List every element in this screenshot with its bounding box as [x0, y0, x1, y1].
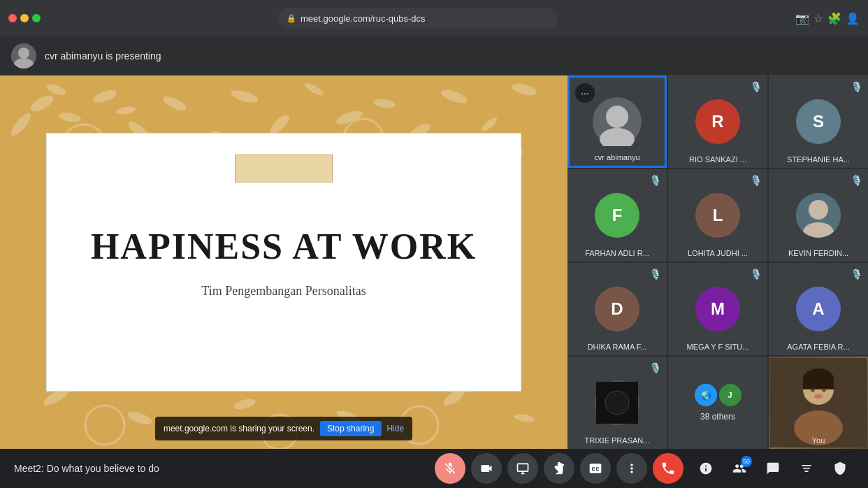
browser-actions: 📷 ☆ 🧩 👤 [795, 12, 860, 25]
url-bar[interactable]: 🔒 meet.google.com/ruc-qubs-dcs [278, 8, 558, 29]
raise-hand-button[interactable] [544, 453, 574, 484]
svg-point-17 [440, 87, 469, 106]
url-text: meet.google.com/ruc-qubs-dcs [301, 13, 425, 24]
meeting-title: Meet2: Do what you believe to do [14, 463, 426, 474]
end-call-button[interactable] [653, 453, 683, 484]
info-button[interactable] [692, 454, 720, 482]
participant-avatar: S [796, 99, 841, 144]
mic-off-icon: 🎙️ [750, 81, 762, 92]
others-tile: 🌏 J 38 others [668, 357, 767, 449]
screen-share-text: meet.google.com is sharing your screen. [164, 424, 314, 433]
participant-tile: 🎙️ L LOHITA JUDHI ... [668, 169, 767, 261]
screen-share-notification: meet.google.com is sharing your screen. … [155, 417, 412, 440]
participant-name: FARHAN ADLI R... [567, 249, 667, 257]
stop-sharing-button[interactable]: Stop sharing [320, 421, 381, 436]
controls [435, 453, 683, 484]
camera-icon: 📷 [795, 12, 809, 25]
participant-tile: 🎙️ D DHIKA RAMA F... [567, 263, 667, 355]
svg-point-15 [372, 97, 396, 109]
main-area: HAPINESS AT WORK Tim Pengembangan Person… [0, 76, 868, 449]
slide-container: HAPINESS AT WORK Tim Pengembangan Person… [46, 133, 521, 392]
you-name: You [769, 436, 868, 445]
lock-icon: 🔒 [287, 14, 296, 23]
mic-off-icon: 🎙️ [750, 175, 762, 186]
activities-button[interactable] [793, 454, 820, 482]
hide-button[interactable]: Hide [386, 424, 404, 433]
profile-icon: 👤 [846, 12, 860, 25]
svg-point-2 [28, 92, 55, 115]
participant-name: MEGA Y F SITU... [668, 343, 767, 351]
participant-avatar: F [595, 193, 639, 238]
you-video [769, 357, 868, 449]
svg-point-25 [126, 409, 154, 426]
bottom-bar: Meet2: Do what you believe to do [0, 449, 868, 488]
svg-point-9 [161, 94, 189, 113]
participant-tile: 🎙️ TRIXIE PRASAN... [567, 357, 667, 449]
svg-point-1 [14, 58, 34, 69]
present-button[interactable] [507, 453, 538, 484]
svg-point-49 [814, 394, 823, 399]
mic-off-icon: 🎙️ [649, 268, 661, 280]
participant-tile: 🎙️ KEVIN FERDIN... [769, 169, 868, 261]
you-tile: You [769, 357, 868, 449]
others-count: 38 others [700, 412, 735, 422]
svg-point-3 [45, 82, 67, 97]
svg-point-6 [92, 87, 119, 105]
svg-point-4 [8, 110, 34, 138]
svg-point-48 [823, 389, 826, 392]
slide-decoration [235, 155, 333, 182]
svg-point-33 [606, 106, 628, 128]
side-actions: 50 [692, 454, 854, 482]
participant-avatar [593, 97, 642, 146]
participant-tile: 🎙️ R RIO SANKAZI ... [668, 76, 767, 168]
svg-point-30 [85, 406, 124, 445]
participant-tile: 🎙️ F FARHAN ADLI R... [567, 169, 667, 261]
svg-point-34 [600, 128, 635, 146]
participant-name: DHIKA RAMA F... [567, 343, 667, 351]
people-button[interactable]: 50 [725, 454, 753, 482]
participant-name: cvr abimanyu [570, 153, 665, 162]
participant-avatar [595, 380, 639, 425]
presentation-area: HAPINESS AT WORK Tim Pengembangan Person… [0, 76, 567, 449]
svg-point-39 [605, 391, 629, 415]
people-badge: 50 [741, 456, 752, 467]
svg-point-8 [115, 106, 136, 116]
svg-point-29 [513, 412, 535, 423]
more-options-button[interactable]: ··· [575, 83, 595, 103]
svg-point-11 [230, 88, 259, 105]
svg-point-47 [811, 389, 815, 392]
svg-rect-46 [803, 379, 834, 389]
browser-bar: 🔒 meet.google.com/ruc-qubs-dcs 📷 ☆ 🧩 👤 [0, 0, 868, 36]
more-options-button[interactable] [616, 453, 647, 484]
presenter-status: cvr abimanyu is presenting [45, 50, 161, 62]
security-button[interactable] [826, 454, 854, 482]
participant-avatar: A [796, 287, 841, 331]
mic-off-icon: 🎙️ [851, 81, 862, 92]
mic-off-icon: 🎙️ [750, 268, 762, 280]
svg-point-13 [304, 81, 326, 98]
participant-tile: 🎙️ A AGATA FEBIA R... [769, 263, 868, 355]
mic-button[interactable] [435, 453, 465, 484]
mic-off-icon: 🎙️ [851, 268, 862, 280]
svg-point-26 [233, 397, 256, 411]
mic-off-icon: 🎙️ [851, 175, 862, 186]
svg-point-19 [511, 82, 537, 98]
participant-avatar [796, 193, 841, 238]
svg-point-36 [809, 200, 828, 220]
participant-tile: ··· cvr abimanyu [567, 76, 667, 168]
participant-avatar: M [695, 287, 740, 331]
camera-button[interactable] [471, 453, 502, 484]
meet-header: cvr abimanyu is presenting [0, 36, 868, 76]
presenter-avatar [11, 43, 36, 69]
participant-name: RIO SANKAZI ... [668, 155, 767, 164]
svg-point-0 [18, 48, 29, 59]
participant-name: STEPHANIE HA... [769, 155, 868, 164]
extension-icon: 🧩 [827, 12, 841, 25]
captions-button[interactable] [580, 453, 611, 484]
mic-off-icon: 🎙️ [649, 175, 661, 186]
chat-button[interactable] [759, 454, 787, 482]
slide-subtitle: Tim Pengembangan Personalitas [201, 284, 366, 299]
participant-tile: 🎙️ S STEPHANIE HA... [769, 76, 868, 168]
participant-name: LOHITA JUDHI ... [668, 249, 767, 257]
participant-grid: ··· cvr abimanyu 🎙️ R RIO SANKAZI ... 🎙️… [567, 76, 868, 449]
